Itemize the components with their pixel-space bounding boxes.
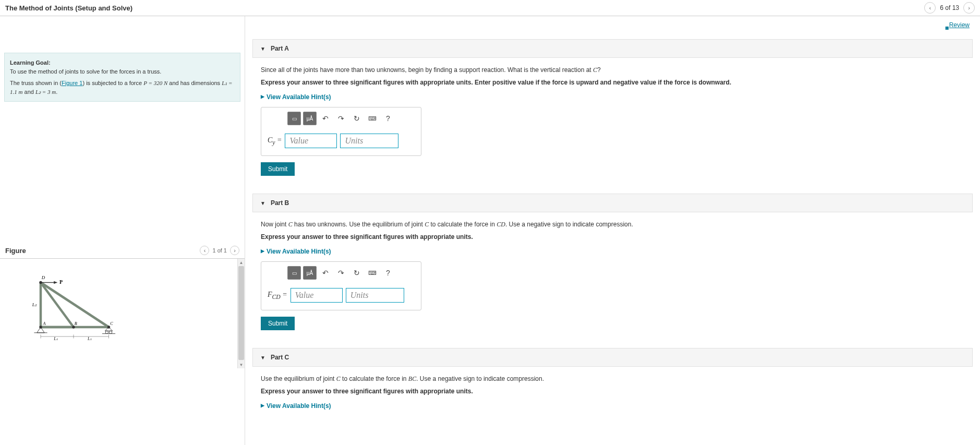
template-button[interactable]: ▭ xyxy=(287,266,301,280)
page-count: 6 of 13 xyxy=(940,4,959,11)
part-c-format: Express your answer to three significant… xyxy=(261,387,973,396)
page-header: The Method of Joints (Setup and Solve) ‹… xyxy=(0,0,980,16)
part-b-hints-link[interactable]: ▶View Available Hint(s) xyxy=(261,247,973,256)
svg-line-3 xyxy=(41,283,74,328)
help-button[interactable]: ? xyxy=(381,266,395,280)
part-a-submit-button[interactable]: Submit xyxy=(261,162,295,176)
scroll-down-icon[interactable]: ▼ xyxy=(238,361,245,368)
part-a-hints-link[interactable]: ▶View Available Hint(s) xyxy=(261,92,973,102)
figure-next-button[interactable]: › xyxy=(230,246,239,255)
part-c-title: Part C xyxy=(271,354,289,361)
next-button[interactable]: › xyxy=(963,2,975,14)
part-c-header[interactable]: ▼ Part C xyxy=(252,348,973,367)
part-a-var-label: Cy = xyxy=(268,135,282,147)
part-b-units-input[interactable]: Units xyxy=(346,288,404,303)
reset-button[interactable]: ↻ xyxy=(350,112,364,125)
help-button[interactable]: ? xyxy=(381,112,395,125)
figure-section: Figure ‹ 1 of 1 › xyxy=(0,243,245,368)
part-c-body: Use the equilibrium of joint C to calcul… xyxy=(245,367,980,423)
left-pane: Learning Goal: To use the method of join… xyxy=(0,16,245,445)
review-icon xyxy=(943,23,948,28)
svg-point-13 xyxy=(109,331,112,333)
svg-text:P: P xyxy=(59,279,63,285)
svg-text:L₂: L₂ xyxy=(32,302,37,307)
part-b-answer-box: ▭ μÅ ↶ ↷ ↻ ⌨ ? FCD = Value Units xyxy=(261,261,421,310)
part-b-var-label: FCD = xyxy=(268,289,287,302)
svg-line-2 xyxy=(41,283,109,328)
figure-scrollbar[interactable]: ▲ ▼ xyxy=(237,259,245,368)
reset-button[interactable]: ↻ xyxy=(350,266,364,280)
figure-link[interactable]: Figure 1 xyxy=(62,80,82,86)
scroll-thumb[interactable] xyxy=(238,266,244,360)
collapse-icon: ▼ xyxy=(260,200,265,206)
review-link[interactable]: Review xyxy=(943,21,970,29)
collapse-icon: ▼ xyxy=(260,46,265,52)
units-toolbar-button[interactable]: μÅ xyxy=(303,112,317,125)
keyboard-button[interactable]: ⌨ xyxy=(366,266,379,280)
svg-text:A: A xyxy=(43,321,46,326)
redo-button[interactable]: ↷ xyxy=(334,112,348,125)
keyboard-button[interactable]: ⌨ xyxy=(366,112,379,125)
figure-prev-button[interactable]: ‹ xyxy=(200,246,209,255)
learning-goal-box: Learning Goal: To use the method of join… xyxy=(4,53,240,102)
figure-title: Figure xyxy=(5,247,26,255)
part-a-format: Express your answer to three significant… xyxy=(261,78,973,87)
svg-marker-16 xyxy=(54,281,57,284)
undo-button[interactable]: ↶ xyxy=(319,112,332,125)
part-b-title: Part B xyxy=(271,199,289,207)
prev-button[interactable]: ‹ xyxy=(924,2,936,14)
part-a-units-input[interactable]: Units xyxy=(340,134,398,148)
template-button[interactable]: ▭ xyxy=(287,112,301,125)
figure-image: D P L₂ A B C L₁ L₁ xyxy=(0,259,237,368)
part-b-submit-button[interactable]: Submit xyxy=(261,317,295,330)
page-title: The Method of Joints (Setup and Solve) xyxy=(5,4,132,12)
part-c-hints-link[interactable]: ▶View Available Hint(s) xyxy=(261,401,973,411)
right-pane: Review ▼ Part A Since all of the joints … xyxy=(245,16,980,445)
part-b-format: Express your answer to three significant… xyxy=(261,232,973,242)
units-toolbar-button[interactable]: μÅ xyxy=(303,266,317,280)
svg-point-12 xyxy=(105,331,108,333)
part-a-body: Since all of the joints have more than t… xyxy=(245,58,980,183)
svg-text:L₁: L₁ xyxy=(53,336,58,341)
part-a-title: Part A xyxy=(271,45,289,52)
svg-text:L₁: L₁ xyxy=(87,336,92,341)
part-a-answer-box: ▭ μÅ ↶ ↷ ↻ ⌨ ? Cy = Value Units xyxy=(261,107,421,156)
goal-text: To use the method of joints to solve for… xyxy=(10,67,235,76)
scroll-up-icon[interactable]: ▲ xyxy=(238,259,245,266)
part-a-value-input[interactable]: Value xyxy=(285,134,337,148)
goal-label: Learning Goal: xyxy=(10,59,51,66)
part-b-header[interactable]: ▼ Part B xyxy=(252,194,973,212)
svg-text:B: B xyxy=(75,321,77,326)
redo-button[interactable]: ↷ xyxy=(334,266,348,280)
svg-text:D: D xyxy=(41,275,45,280)
figure-nav: ‹ 1 of 1 › xyxy=(200,246,239,255)
page-nav: ‹ 6 of 13 › xyxy=(924,2,975,14)
part-a-header[interactable]: ▼ Part A xyxy=(252,39,973,58)
svg-text:C: C xyxy=(110,321,113,326)
part-b-value-input[interactable]: Value xyxy=(291,288,343,303)
undo-button[interactable]: ↶ xyxy=(319,266,332,280)
collapse-icon: ▼ xyxy=(260,355,265,360)
part-b-body: Now joint C has two unknowns. Use the eq… xyxy=(245,212,980,338)
